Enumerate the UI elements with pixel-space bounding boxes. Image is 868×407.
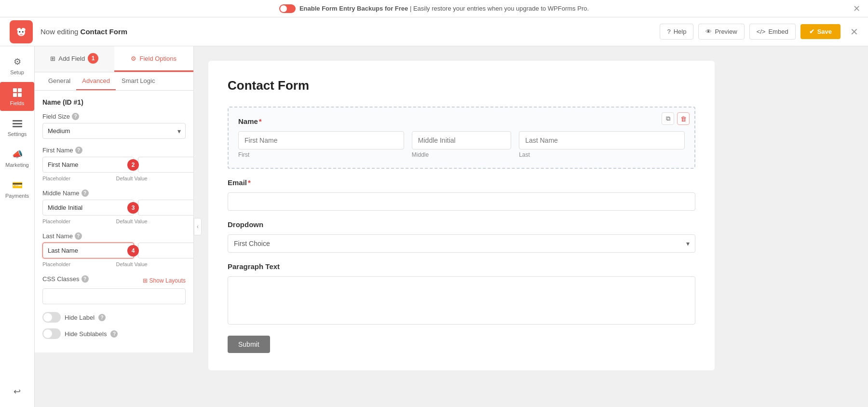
- last-name-placeholder-input[interactable]: [42, 243, 134, 258]
- left-panel: ⊞ Add Field 1 ⚙ Field Options General Ad…: [35, 46, 194, 353]
- first-name-inputs: 2: [42, 157, 186, 173]
- middle-name-input-labels: Placeholder Default Value: [42, 217, 186, 225]
- copy-icon: ⧉: [666, 115, 670, 122]
- sidebar-bottom: ↩: [9, 381, 26, 407]
- collapse-handle[interactable]: ‹: [194, 218, 202, 235]
- name-field-actions: ⧉ 🗑: [662, 112, 690, 125]
- settings-icon: [12, 118, 23, 129]
- check-icon: ✔: [809, 28, 814, 35]
- middle-name-help-icon[interactable]: ?: [81, 190, 89, 197]
- dropdown-select-wrap: First Choice: [228, 234, 695, 253]
- first-name-default-input[interactable]: [138, 157, 194, 173]
- add-field-badge: 1: [88, 53, 98, 64]
- name-field-copy-btn[interactable]: ⧉: [662, 112, 674, 125]
- show-layouts-link[interactable]: ⊞ Show Layouts: [143, 277, 186, 284]
- svg-rect-8: [18, 88, 22, 92]
- paragraph-field-label: Paragraph Text: [228, 262, 695, 271]
- last-name-help-icon[interactable]: ?: [75, 232, 82, 240]
- last-name-preview-input[interactable]: [519, 131, 685, 149]
- close-notif-icon[interactable]: ✕: [853, 3, 860, 14]
- dropdown-preview-select[interactable]: First Choice: [228, 234, 695, 253]
- name-inputs-row: First Middle Last: [238, 131, 685, 158]
- svg-rect-10: [18, 93, 22, 97]
- first-name-input-labels: Placeholder Default Value: [42, 174, 186, 182]
- hide-sublabels-toggle[interactable]: [42, 328, 61, 339]
- first-name-group: First Name ? 2 Placeholder Default Value: [42, 147, 186, 182]
- close-icon[interactable]: ✕: [850, 26, 858, 38]
- now-editing-label: Now editing Contact Form: [41, 27, 127, 36]
- sidebar-item-setup[interactable]: ⚙ Setup: [0, 51, 34, 80]
- badge-3: 3: [127, 202, 139, 214]
- field-size-select[interactable]: Medium Small Large: [42, 123, 186, 139]
- main-header: Now editing Contact Form ? Help 👁 Previe…: [0, 17, 868, 46]
- payments-icon: 💳: [12, 179, 23, 191]
- notif-sub-text: Easily restore your entries when you upg…: [413, 5, 589, 12]
- left-panel-wrap: ⊞ Add Field 1 ⚙ Field Options General Ad…: [35, 46, 194, 407]
- logo: [10, 20, 33, 43]
- header-actions: ? Help 👁 Preview </> Embed ✔ Save ✕: [660, 24, 858, 40]
- middle-name-preview-input[interactable]: [412, 131, 511, 149]
- tab-general[interactable]: General: [42, 72, 76, 90]
- svg-point-3: [22, 31, 24, 32]
- field-options-content: Name (ID #1) Field Size ? Medium Small L…: [35, 91, 193, 353]
- save-button[interactable]: ✔ Save: [800, 24, 841, 39]
- form-preview: Contact Form ⧉ 🗑 Name* Fi: [208, 61, 715, 370]
- last-name-group: Last Name ? 4 Placeholder Default Value: [42, 232, 186, 268]
- last-name-placeholder-wrap: 4: [42, 243, 134, 258]
- first-name-placeholder-wrap: 2: [42, 157, 134, 173]
- embed-button[interactable]: </> Embed: [749, 24, 796, 40]
- css-classes-row: CSS Classes ? ⊞ Show Layouts: [42, 275, 186, 285]
- hide-label-toggle[interactable]: [42, 312, 61, 323]
- field-options-tab[interactable]: ⚙ Field Options: [114, 46, 194, 72]
- badge-2: 2: [127, 159, 139, 171]
- setup-icon: ⚙: [12, 56, 23, 68]
- hide-sublabels-help-icon[interactable]: ?: [110, 330, 118, 338]
- notif-toggle[interactable]: [279, 4, 296, 13]
- eye-icon: 👁: [705, 28, 712, 35]
- first-sublabel: First: [238, 151, 404, 158]
- svg-point-6: [20, 34, 23, 35]
- middle-name-placeholder-input[interactable]: [42, 200, 134, 216]
- undo-icon: ↩: [12, 386, 23, 397]
- form-preview-title: Contact Form: [228, 78, 695, 93]
- last-name-wrap: Last: [519, 131, 685, 158]
- submit-button[interactable]: Submit: [228, 336, 270, 353]
- tab-smart-logic[interactable]: Smart Logic: [116, 72, 161, 90]
- first-name-preview-input[interactable]: [238, 131, 404, 149]
- css-classes-help-icon[interactable]: ?: [81, 275, 89, 283]
- last-sublabel: Last: [519, 151, 685, 158]
- field-size-help-icon[interactable]: ?: [72, 113, 79, 120]
- middle-name-default-input[interactable]: [138, 200, 194, 216]
- svg-rect-13: [13, 126, 22, 127]
- first-name-help-icon[interactable]: ?: [75, 147, 82, 154]
- notif-main-text: Enable Form Entry Backups for Free: [299, 5, 408, 12]
- first-name-placeholder-input[interactable]: [42, 157, 134, 173]
- hide-label-help-icon[interactable]: ?: [98, 314, 106, 321]
- sidebar-item-fields[interactable]: Fields: [0, 82, 34, 111]
- svg-rect-7: [13, 88, 17, 92]
- tab-advanced[interactable]: Advanced: [76, 72, 116, 90]
- last-name-inputs: 4: [42, 243, 186, 258]
- css-classes-group: CSS Classes ? ⊞ Show Layouts: [42, 275, 186, 304]
- middle-sublabel: Middle: [412, 151, 511, 158]
- add-field-tab[interactable]: ⊞ Add Field 1: [35, 46, 114, 72]
- last-name-default-input[interactable]: [138, 243, 194, 258]
- email-preview-input[interactable]: [228, 192, 695, 211]
- trash-icon: 🗑: [680, 115, 687, 122]
- app-layout: ⚙ Setup Fields Settings 📣 Marketing 💳 Pa…: [0, 46, 868, 407]
- sidebar-item-settings[interactable]: Settings: [0, 113, 34, 142]
- last-name-input-labels: Placeholder Default Value: [42, 260, 186, 268]
- layout-icon: ⊞: [143, 277, 148, 284]
- sidebar-item-payments[interactable]: 💳 Payments: [0, 175, 34, 204]
- embed-icon: </>: [757, 28, 766, 35]
- name-required-star: *: [259, 117, 262, 125]
- paragraph-preview-textarea[interactable]: [228, 276, 695, 325]
- name-field-delete-btn[interactable]: 🗑: [677, 112, 690, 125]
- grid-icon: ⊞: [50, 55, 55, 62]
- help-button[interactable]: ? Help: [660, 24, 693, 40]
- css-classes-input[interactable]: [42, 288, 186, 304]
- sidebar-item-marketing[interactable]: 📣 Marketing: [0, 144, 34, 173]
- undo-button[interactable]: ↩: [9, 381, 26, 402]
- preview-name-field[interactable]: ⧉ 🗑 Name* First Middle: [228, 107, 695, 169]
- preview-button[interactable]: 👁 Preview: [698, 24, 744, 40]
